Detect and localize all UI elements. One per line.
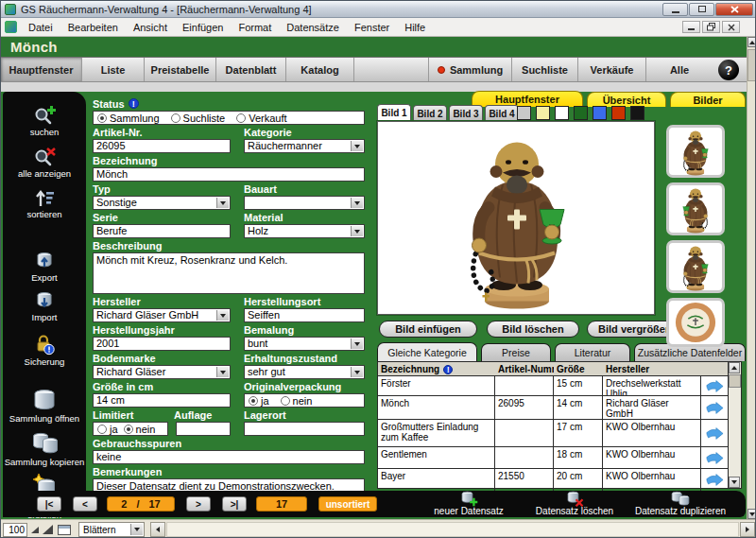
- lagerort-field[interactable]: [244, 422, 365, 436]
- sidebar-item-alle-anzeigen[interactable]: alle anzeigen: [4, 147, 85, 180]
- bauart-select[interactable]: [244, 196, 365, 210]
- erhaltungszustand-select[interactable]: sehr gut: [244, 365, 365, 379]
- next-record-button[interactable]: >: [186, 496, 211, 512]
- scroll-right-icon[interactable]: [740, 522, 755, 537]
- goto-record-icon[interactable]: [705, 474, 724, 486]
- radio-verkauft[interactable]: Verkauft: [236, 113, 286, 124]
- tab-bild-4[interactable]: Bild 4: [485, 105, 519, 121]
- dropdown-button[interactable]: [351, 367, 363, 377]
- groesse-field[interactable]: 14 cm: [93, 393, 231, 408]
- dropdown-button[interactable]: [216, 310, 229, 321]
- menu-bearbeiten[interactable]: Bearbeiten: [60, 20, 126, 35]
- color-swatch-blue[interactable]: [593, 106, 607, 120]
- bodenmarke-select[interactable]: Richard Gläser: [93, 365, 231, 379]
- scroll-thumb[interactable]: [729, 374, 741, 388]
- sidebar-item-suchen[interactable]: suchen: [4, 105, 85, 138]
- tab-bild-3[interactable]: Bild 3: [449, 105, 483, 121]
- color-swatch-red[interactable]: [611, 106, 626, 120]
- auflage-field[interactable]: [176, 422, 231, 436]
- zoom-in-icon[interactable]: [43, 525, 53, 534]
- bild-einfuegen-button[interactable]: Bild einfügen: [379, 321, 477, 338]
- hersteller-select[interactable]: Richard Gläser GmbH: [93, 308, 231, 322]
- tab-gleiche-kategorie[interactable]: Gleiche Kategorie: [377, 342, 477, 361]
- scroll-up-icon[interactable]: [747, 37, 756, 47]
- tab-alle[interactable]: Alle: [646, 58, 713, 81]
- menu-ansicht[interactable]: Ansicht: [126, 20, 175, 35]
- tab-hauptfenster[interactable]: Hauptfenster: [1, 58, 82, 81]
- tab-right-uebersicht[interactable]: Übersicht: [587, 92, 666, 107]
- kategorie-select[interactable]: Räuchermanner: [244, 139, 365, 153]
- dropdown-button[interactable]: [216, 367, 229, 377]
- dropdown-button[interactable]: [351, 198, 363, 208]
- table-scrollbar[interactable]: [729, 361, 742, 489]
- neuer-datensatz-button[interactable]: neuer Datensatz: [414, 491, 524, 517]
- color-swatch-yellow[interactable]: [536, 106, 550, 120]
- sidebar-item-sicherung[interactable]: Sicherung: [4, 333, 85, 368]
- thumbnail-back[interactable]: [666, 240, 725, 293]
- radio-ovp-ja[interactable]: ja: [249, 395, 269, 407]
- goto-record-icon[interactable]: [705, 380, 724, 392]
- sidebar-item-sammlung-oeffnen[interactable]: Sammlung öffnen: [4, 388, 85, 425]
- tab-datenblatt[interactable]: Datenblatt: [216, 58, 286, 81]
- artikel-nr-field[interactable]: 26095: [93, 139, 231, 153]
- help-button[interactable]: ?: [718, 60, 739, 80]
- scroll-down-icon[interactable]: [729, 477, 740, 488]
- tab-right-bilder[interactable]: Bilder: [670, 92, 746, 107]
- table-row[interactable]: Bayer 21550 20 cm KWO Olbernhau: [378, 469, 728, 491]
- dropdown-button[interactable]: [351, 141, 363, 151]
- menu-datensaetze[interactable]: Datensätze: [279, 20, 347, 35]
- thumbnail-bottom-stamp[interactable]: [666, 298, 725, 347]
- dropdown-button[interactable]: [216, 198, 229, 208]
- table-row[interactable]: Gentlemen 18 cm KWO Olbernhau: [378, 447, 728, 469]
- tab-liste[interactable]: Liste: [82, 58, 145, 81]
- color-swatch-gray[interactable]: [517, 106, 531, 120]
- thumbnail-front[interactable]: [666, 125, 725, 178]
- typ-select[interactable]: Sonstige: [93, 196, 231, 210]
- color-swatch-black[interactable]: [630, 106, 644, 120]
- scroll-thumb[interactable]: [747, 49, 756, 81]
- radio-suchliste[interactable]: Suchliste: [171, 113, 226, 124]
- color-swatch-green[interactable]: [574, 106, 588, 120]
- dropdown-button[interactable]: [351, 338, 363, 349]
- sidebar-item-sortieren[interactable]: sortieren: [4, 187, 85, 220]
- dropdown-button[interactable]: [351, 226, 363, 236]
- radio-sammlung[interactable]: Sammlung: [97, 113, 160, 124]
- last-record-button[interactable]: >|: [222, 496, 247, 512]
- first-record-button[interactable]: |<: [37, 496, 61, 512]
- menu-format[interactable]: Format: [231, 20, 279, 35]
- tab-katalog[interactable]: Katalog: [286, 58, 354, 81]
- color-swatch-white[interactable]: [555, 106, 569, 120]
- maximize-button[interactable]: [689, 3, 714, 16]
- table-row[interactable]: Mönch 26095 14 cm Richard Gläser GmbH: [378, 396, 728, 420]
- table-row[interactable]: Förster 15 cm Drechselwerkstatt Uhlig: [378, 376, 728, 396]
- gebrauchsspuren-field[interactable]: keine: [93, 450, 365, 464]
- layout-mode-icon[interactable]: [58, 525, 71, 535]
- table-row[interactable]: Großmutters Einladung zum Kaffee 17 cm K…: [378, 420, 728, 447]
- scroll-left-icon[interactable]: [150, 522, 165, 537]
- zoom-level[interactable]: 100: [3, 523, 27, 537]
- scroll-up-icon[interactable]: [729, 362, 740, 373]
- tab-bild-1[interactable]: Bild 1: [377, 104, 411, 121]
- bemalung-select[interactable]: bunt: [244, 337, 365, 351]
- zoom-out-icon[interactable]: [31, 527, 39, 533]
- radio-limitiert-ja[interactable]: ja: [97, 424, 118, 435]
- dropdown-button[interactable]: [130, 524, 143, 535]
- tab-literatur[interactable]: Literatur: [555, 343, 630, 361]
- scroll-down-icon[interactable]: [747, 509, 756, 519]
- sidebar-item-sammlung-kopieren[interactable]: Sammlung kopieren: [4, 431, 85, 468]
- tab-preistabelle[interactable]: Preistabelle: [145, 58, 216, 81]
- goto-record-icon[interactable]: [705, 427, 724, 440]
- child-restore-button[interactable]: [702, 21, 720, 33]
- datensatz-duplizieren-button[interactable]: Datensatz duplizieren: [626, 491, 735, 517]
- prev-record-button[interactable]: <: [73, 496, 97, 512]
- menu-fenster[interactable]: Fenster: [347, 20, 397, 35]
- thumbnail-side[interactable]: [666, 182, 725, 235]
- tab-suchliste[interactable]: Suchliste: [512, 58, 578, 81]
- tab-bild-2[interactable]: Bild 2: [413, 105, 447, 121]
- bezeichnung-field[interactable]: Mönch: [93, 167, 365, 182]
- goto-record-icon[interactable]: [705, 452, 724, 464]
- menu-einfuegen[interactable]: Einfügen: [175, 20, 231, 35]
- horizontal-scroll-track[interactable]: [166, 522, 739, 537]
- radio-ovp-nein[interactable]: nein: [281, 395, 313, 407]
- minimize-button[interactable]: [662, 3, 688, 16]
